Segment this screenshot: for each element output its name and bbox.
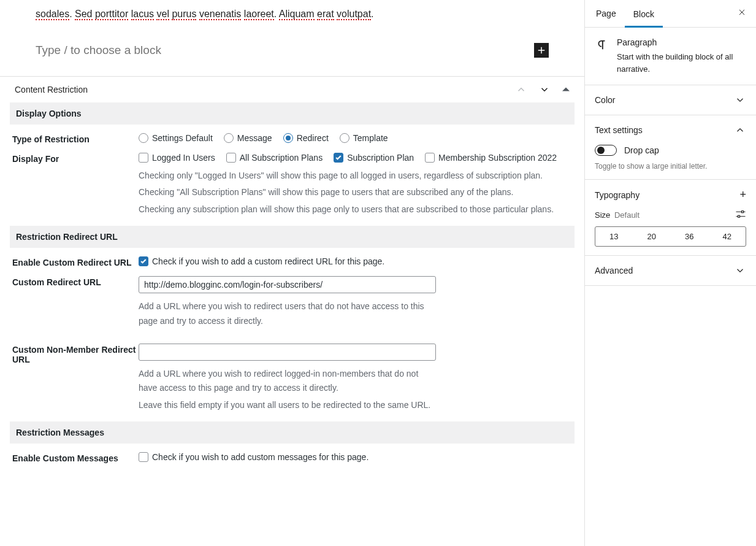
close-sidebar-button[interactable]	[730, 8, 754, 19]
label-custom-nonmember-redirect: Custom Non-Member Redirect URL	[10, 344, 139, 421]
help-display-for-2: Checking "All Subscription Plans" will s…	[139, 185, 568, 200]
section-text-settings[interactable]: Text settings	[595, 124, 746, 136]
label-enable-custom-redirect: Enable Custom Redirect URL	[10, 256, 139, 267]
metabox-title: Content Restriction	[15, 85, 88, 94]
checkbox-membership-2022[interactable]: Membership Subscription 2022	[425, 153, 557, 163]
section-display-options: Display Options	[10, 102, 575, 125]
close-icon	[738, 8, 746, 17]
help-display-for-1: Checking only "Logged In Users" will sho…	[139, 169, 568, 183]
section-restriction-redirect: Restriction Redirect URL	[10, 226, 575, 248]
size-option-42[interactable]: 42	[708, 227, 746, 246]
toggle-drop-cap-label: Drop cap	[624, 145, 659, 155]
help-display-for-3: Checking any subscription plan will show…	[139, 202, 568, 217]
checkbox-enable-custom-messages[interactable]: Check if you wish to add custom messages…	[139, 452, 568, 462]
checkbox-enable-custom-redirect[interactable]: Check if you wish to add a custom redire…	[139, 256, 568, 266]
section-typography[interactable]: Typography +	[595, 188, 746, 201]
section-restriction-messages: Restriction Messages	[10, 421, 575, 444]
chevron-up-icon	[734, 124, 746, 136]
svg-rect-1	[738, 215, 740, 217]
label-type-of-restriction: Type of Restriction	[10, 133, 139, 144]
label-display-for: Display For	[10, 153, 139, 226]
toggle-drop-cap[interactable]	[595, 145, 617, 156]
checkbox-logged-in-users[interactable]: Logged In Users	[139, 153, 215, 163]
svg-rect-0	[742, 211, 744, 213]
paragraph-icon	[595, 37, 608, 52]
label-custom-redirect-url: Custom Redirect URL	[10, 276, 139, 329]
section-color[interactable]: Color	[595, 94, 746, 106]
input-custom-nonmember-redirect[interactable]	[139, 344, 436, 361]
chevron-down-icon[interactable]	[539, 84, 550, 95]
size-option-20[interactable]: 20	[633, 227, 671, 246]
tab-block[interactable]: Block	[625, 1, 663, 28]
add-block-button[interactable]	[534, 43, 549, 58]
size-segmented-control[interactable]: 13 20 36 42	[595, 226, 746, 247]
paragraph-block[interactable]: sodales. Sed porttitor lacus vel purus v…	[36, 6, 549, 22]
help-drop-cap: Toggle to show a large initial letter.	[595, 162, 746, 171]
help-nonmember-1: Add a URL where you wish to redirect log…	[139, 367, 436, 396]
checkbox-all-subscription-plans[interactable]: All Subscription Plans	[226, 153, 323, 163]
radio-template[interactable]: Template	[340, 133, 388, 143]
input-custom-redirect-url[interactable]	[139, 276, 436, 293]
plus-icon	[536, 45, 547, 56]
chevron-down-icon	[734, 94, 746, 106]
block-inserter-placeholder[interactable]: Type / to choose a block	[36, 44, 161, 57]
block-description: Start with the building block of all nar…	[617, 51, 746, 75]
checkbox-subscription-plan[interactable]: Subscription Plan	[334, 153, 414, 163]
tab-page[interactable]: Page	[587, 0, 625, 27]
chevron-down-icon	[734, 264, 746, 277]
caret-up-icon[interactable]	[562, 86, 570, 93]
label-size: Size Default	[595, 210, 640, 220]
label-enable-custom-messages: Enable Custom Messages	[10, 452, 139, 463]
help-custom-redirect: Add a URL where you wish to redirect use…	[139, 299, 436, 329]
radio-message[interactable]: Message	[224, 133, 272, 143]
size-option-36[interactable]: 36	[670, 227, 708, 246]
radio-settings-default[interactable]: Settings Default	[139, 133, 213, 143]
chevron-up-icon[interactable]	[516, 84, 527, 95]
sliders-icon[interactable]	[735, 210, 746, 220]
block-title: Paragraph	[617, 37, 746, 47]
plus-icon[interactable]: +	[739, 188, 746, 201]
size-option-13[interactable]: 13	[595, 227, 633, 246]
radio-redirect[interactable]: Redirect	[283, 133, 329, 143]
section-advanced[interactable]: Advanced	[595, 264, 746, 277]
help-nonmember-2: Leave this field empty if you want all u…	[139, 398, 436, 413]
